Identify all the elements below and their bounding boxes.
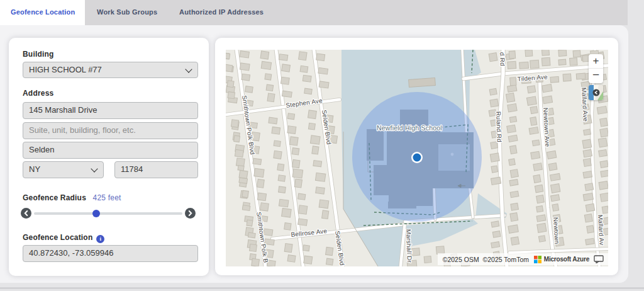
- svg-text:Marshall Dr: Marshall Dr: [405, 229, 413, 263]
- svg-text:Ruland Rd: Ruland Rd: [495, 111, 503, 142]
- svg-text:d Rd: d Rd: [499, 52, 506, 66]
- svg-text:Newfield High School: Newfield High School: [377, 124, 442, 132]
- svg-text:Newtown: Newtown: [552, 217, 560, 244]
